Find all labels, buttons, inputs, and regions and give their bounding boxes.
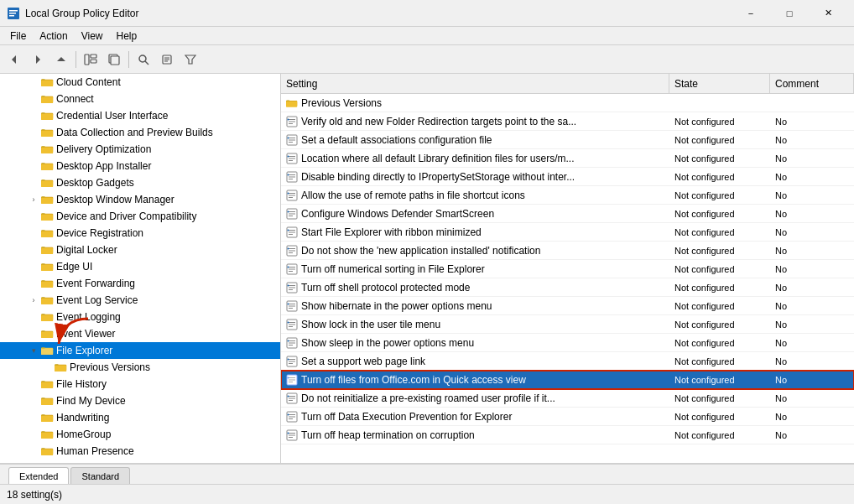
tree-item[interactable]: Desktop Gadgets — [0, 174, 280, 191]
svg-rect-128 — [289, 230, 295, 231]
tree-item[interactable]: ▾ File Explorer — [0, 342, 280, 359]
status-text: 18 setting(s) — [7, 489, 62, 501]
list-row[interactable]: Configure Windows Defender SmartScreen N… — [281, 205, 854, 223]
tree-item[interactable]: › Desktop Window Manager — [0, 191, 280, 208]
svg-rect-170 — [289, 382, 293, 382]
row-comment: No — [770, 190, 854, 200]
list-row[interactable]: Turn off numerical sorting in File Explo… — [281, 260, 854, 278]
tree-item[interactable]: Find My Device — [0, 392, 280, 409]
tree-item[interactable]: Human Presence — [0, 443, 280, 460]
svg-rect-86 — [41, 449, 53, 456]
tree-item[interactable]: Device and Driver Compatibility — [0, 208, 280, 225]
properties-button[interactable] — [156, 49, 178, 70]
list-row[interactable]: Turn off Data Execution Prevention for E… — [281, 408, 854, 426]
tree-item[interactable]: Event Forwarding — [0, 275, 280, 292]
svg-point-156 — [288, 321, 289, 323]
svg-rect-23 — [41, 97, 53, 104]
svg-rect-62 — [41, 315, 53, 322]
forward-button[interactable] — [27, 49, 49, 70]
svg-rect-72 — [55, 364, 58, 365]
svg-rect-108 — [289, 156, 295, 157]
svg-rect-174 — [289, 397, 295, 398]
list-row[interactable]: Do not show the 'new application install… — [281, 242, 854, 260]
expand-icon[interactable]: › — [27, 294, 40, 307]
menu-file[interactable]: File — [3, 29, 33, 44]
back-button[interactable] — [3, 49, 25, 70]
list-row[interactable]: Turn off shell protocol protected mode N… — [281, 278, 854, 297]
up-button[interactable] — [50, 49, 72, 70]
svg-rect-71 — [55, 366, 66, 372]
policy-icon — [286, 190, 298, 201]
list-row[interactable]: Verify old and new Folder Redirection ta… — [281, 112, 854, 131]
menu-help[interactable]: Help — [110, 29, 144, 44]
policy-icon — [286, 171, 298, 183]
list-row[interactable]: Allow the use of remote paths in file sh… — [281, 186, 854, 205]
tree-item[interactable]: Handwriting — [0, 409, 280, 426]
expand-icon[interactable]: › — [27, 193, 40, 206]
row-setting-text: Turn off numerical sorting in File Explo… — [301, 263, 485, 275]
svg-rect-44 — [41, 215, 53, 221]
close-button[interactable]: ✕ — [809, 0, 847, 27]
tree-item[interactable]: Previous Versions — [0, 359, 280, 376]
maximize-button[interactable]: □ — [770, 0, 809, 27]
tree-item[interactable]: HomeGroup — [0, 426, 280, 443]
menu-action[interactable]: Action — [33, 29, 74, 44]
svg-line-13 — [145, 61, 148, 65]
list-body[interactable]: Previous Versions Verify old and new Fol… — [281, 94, 854, 463]
svg-rect-163 — [289, 359, 295, 360]
tree-item[interactable]: Event Viewer — [0, 325, 280, 342]
folder-icon — [40, 310, 54, 324]
tree-item[interactable]: › Event Log Service — [0, 292, 280, 309]
folder-icon — [40, 143, 54, 156]
list-row[interactable]: Set a default associations configuration… — [281, 131, 854, 149]
show-hide-tree-button[interactable] — [80, 49, 102, 70]
list-row[interactable]: Disable binding directly to IPropertySet… — [281, 168, 854, 186]
svg-rect-63 — [41, 314, 44, 314]
policy-icon — [286, 392, 298, 404]
tree-item[interactable]: Digital Locker — [0, 242, 280, 258]
tree-item[interactable]: Edge UI — [0, 258, 280, 275]
tree-panel[interactable]: Cloud Content Connect Credential User In… — [0, 74, 281, 463]
new-window-button[interactable] — [103, 49, 125, 70]
list-row[interactable]: Show lock in the user tile menu Not conf… — [281, 315, 854, 334]
row-state: Not configured — [669, 375, 770, 385]
list-row[interactable]: Turn off heap termination on corruption … — [281, 426, 854, 444]
tree-item[interactable]: Credential User Interface — [0, 107, 280, 124]
tab-extended[interactable]: Extended — [8, 467, 69, 484]
svg-rect-109 — [289, 158, 295, 158]
tree-item[interactable]: File History — [0, 376, 280, 392]
tree-item-label: File Explorer — [56, 345, 112, 356]
list-row[interactable]: Location where all default Library defin… — [281, 149, 854, 168]
row-setting-text: Do not reinitialize a pre-existing roame… — [301, 392, 555, 404]
list-row[interactable]: Show sleep in the power options menu Not… — [281, 334, 854, 352]
row-state: Not configured — [669, 117, 770, 127]
list-row[interactable]: Set a support web page link Not configur… — [281, 352, 854, 371]
menu-view[interactable]: View — [75, 29, 110, 44]
tree-item[interactable]: Event Logging — [0, 309, 280, 325]
svg-rect-83 — [41, 433, 53, 439]
tree-item[interactable]: Device Registration — [0, 225, 280, 242]
tree-item-label: Credential User Interface — [56, 110, 168, 122]
tree-item[interactable]: Delivery Optimization — [0, 141, 280, 158]
list-row[interactable]: Previous Versions — [281, 94, 854, 112]
list-row[interactable]: Turn off files from Office.com in Quick … — [281, 371, 854, 389]
tree-item[interactable]: Desktop App Installer — [0, 158, 280, 174]
filter-button[interactable] — [180, 49, 201, 70]
list-row[interactable]: Do not reinitialize a pre-existing roame… — [281, 389, 854, 408]
tree-item[interactable]: Cloud Content — [0, 74, 280, 91]
tree-item[interactable]: Connect — [0, 91, 280, 107]
search-button[interactable] — [133, 49, 154, 70]
svg-rect-66 — [41, 330, 44, 331]
minimize-button[interactable]: − — [732, 0, 770, 27]
list-row[interactable]: Show hibernate in the power options menu… — [281, 297, 854, 315]
svg-rect-2 — [9, 13, 16, 14]
expand-icon[interactable]: ▾ — [27, 344, 40, 357]
svg-rect-185 — [289, 437, 293, 438]
list-row[interactable]: Start File Explorer with ribbon minimize… — [281, 223, 854, 242]
tree-item[interactable]: › Internet Explorer — [0, 460, 280, 463]
tab-standard[interactable]: Standard — [70, 467, 130, 484]
tree-item[interactable]: Data Collection and Preview Builds — [0, 124, 280, 141]
svg-rect-155 — [289, 326, 293, 327]
tree-item-label: Device and Driver Compatibility — [56, 210, 196, 222]
expand-icon[interactable]: › — [27, 461, 40, 463]
